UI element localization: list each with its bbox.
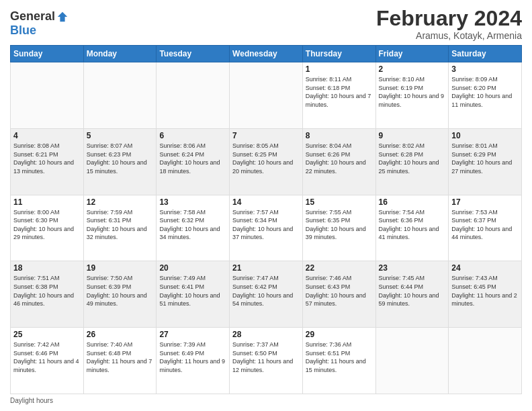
calendar-cell [449,328,522,394]
day-info: Sunrise: 8:09 AM Sunset: 6:20 PM Dayligh… [451,75,519,109]
day-info: Sunrise: 8:07 AM Sunset: 6:23 PM Dayligh… [87,142,154,175]
day-number: 10 [451,131,519,140]
calendar-cell: 13Sunrise: 7:58 AM Sunset: 6:32 PM Dayli… [157,195,230,261]
calendar-cell: 2Sunrise: 8:10 AM Sunset: 6:19 PM Daylig… [375,62,449,129]
logo-blue: Blue [10,24,36,38]
svg-marker-0 [58,11,67,21]
day-number: 12 [87,197,154,207]
col-wednesday: Wednesday [230,46,303,62]
calendar-cell: 25Sunrise: 7:42 AM Sunset: 6:46 PM Dayli… [11,328,84,394]
day-info: Sunrise: 8:04 AM Sunset: 6:26 PM Dayligh… [306,142,373,175]
col-saturday: Saturday [449,46,522,62]
logo-general: General [10,9,55,24]
day-info: Sunrise: 7:46 AM Sunset: 6:43 PM Dayligh… [306,274,373,308]
day-info: Sunrise: 7:55 AM Sunset: 6:35 PM Dayligh… [306,208,373,242]
day-number: 13 [159,197,226,207]
title-area: February 2024 Aramus, Kotayk, Armenia [376,7,522,41]
calendar-cell: 7Sunrise: 8:05 AM Sunset: 6:25 PM Daylig… [230,128,303,195]
calendar-cell: 29Sunrise: 7:36 AM Sunset: 6:51 PM Dayli… [302,328,375,394]
day-info: Sunrise: 7:45 AM Sunset: 6:44 PM Dayligh… [379,274,446,308]
day-number: 8 [306,131,373,140]
day-info: Sunrise: 7:58 AM Sunset: 6:32 PM Dayligh… [159,208,226,242]
calendar-cell: 6Sunrise: 8:06 AM Sunset: 6:24 PM Daylig… [157,128,230,195]
calendar-week-2: 4Sunrise: 8:08 AM Sunset: 6:21 PM Daylig… [11,128,522,195]
day-number: 4 [13,131,81,140]
col-thursday: Thursday [302,46,375,62]
day-info: Sunrise: 7:43 AM Sunset: 6:45 PM Dayligh… [451,274,519,308]
day-number: 21 [232,263,300,273]
calendar-cell: 22Sunrise: 7:46 AM Sunset: 6:43 PM Dayli… [302,261,375,328]
calendar-week-1: 1Sunrise: 8:11 AM Sunset: 6:18 PM Daylig… [11,62,522,129]
calendar-cell: 4Sunrise: 8:08 AM Sunset: 6:21 PM Daylig… [11,128,84,195]
day-number: 23 [379,263,446,273]
day-info: Sunrise: 7:59 AM Sunset: 6:31 PM Dayligh… [87,208,154,242]
calendar-cell: 12Sunrise: 7:59 AM Sunset: 6:31 PM Dayli… [83,195,157,261]
calendar-cell [230,62,303,129]
day-number: 2 [379,64,446,74]
day-info: Sunrise: 7:50 AM Sunset: 6:39 PM Dayligh… [87,274,154,308]
month-title: February 2024 [376,7,522,30]
calendar-cell: 9Sunrise: 8:02 AM Sunset: 6:28 PM Daylig… [375,128,449,195]
day-number: 17 [451,197,519,207]
day-info: Sunrise: 8:00 AM Sunset: 6:30 PM Dayligh… [13,208,81,242]
calendar-cell: 26Sunrise: 7:40 AM Sunset: 6:48 PM Dayli… [83,328,157,394]
col-tuesday: Tuesday [157,46,230,62]
day-info: Sunrise: 7:42 AM Sunset: 6:46 PM Dayligh… [13,340,81,374]
calendar-cell: 18Sunrise: 7:51 AM Sunset: 6:38 PM Dayli… [11,261,84,328]
calendar-cell: 28Sunrise: 7:37 AM Sunset: 6:50 PM Dayli… [230,328,303,394]
day-info: Sunrise: 7:40 AM Sunset: 6:48 PM Dayligh… [87,340,154,374]
location: Aramus, Kotayk, Armenia [376,30,522,41]
day-number: 25 [13,330,81,339]
page: General Blue February 2024 Aramus, Kotay… [0,0,532,411]
calendar-cell: 11Sunrise: 8:00 AM Sunset: 6:30 PM Dayli… [11,195,84,261]
col-friday: Friday [375,46,449,62]
day-number: 7 [232,131,300,140]
calendar-week-3: 11Sunrise: 8:00 AM Sunset: 6:30 PM Dayli… [11,195,522,261]
logo-icon [56,11,69,23]
calendar-cell: 17Sunrise: 7:53 AM Sunset: 6:37 PM Dayli… [449,195,522,261]
day-number: 16 [379,197,446,207]
day-info: Sunrise: 7:36 AM Sunset: 6:51 PM Dayligh… [306,340,373,374]
day-info: Sunrise: 8:06 AM Sunset: 6:24 PM Dayligh… [159,142,226,175]
day-number: 29 [306,330,373,339]
day-number: 5 [87,131,154,140]
calendar-week-5: 25Sunrise: 7:42 AM Sunset: 6:46 PM Dayli… [11,328,522,394]
calendar-cell: 1Sunrise: 8:11 AM Sunset: 6:18 PM Daylig… [302,62,375,129]
day-info: Sunrise: 7:49 AM Sunset: 6:41 PM Dayligh… [159,274,226,308]
day-number: 11 [13,197,81,207]
day-number: 1 [306,64,373,74]
calendar-cell: 16Sunrise: 7:54 AM Sunset: 6:36 PM Dayli… [375,195,449,261]
calendar-header-row: Sunday Monday Tuesday Wednesday Thursday… [11,46,522,62]
calendar-cell: 14Sunrise: 7:57 AM Sunset: 6:34 PM Dayli… [230,195,303,261]
calendar-cell: 20Sunrise: 7:49 AM Sunset: 6:41 PM Dayli… [157,261,230,328]
day-info: Sunrise: 7:51 AM Sunset: 6:38 PM Dayligh… [13,274,81,308]
calendar-cell: 23Sunrise: 7:45 AM Sunset: 6:44 PM Dayli… [375,261,449,328]
calendar-cell [375,328,449,394]
calendar-cell: 5Sunrise: 8:07 AM Sunset: 6:23 PM Daylig… [83,128,157,195]
day-number: 19 [87,263,154,273]
col-monday: Monday [83,46,157,62]
day-number: 3 [451,64,519,74]
calendar-cell [157,62,230,129]
day-info: Sunrise: 7:47 AM Sunset: 6:42 PM Dayligh… [232,274,300,308]
day-number: 20 [159,263,226,273]
daylight-hours-label: Daylight hours [10,397,53,404]
day-number: 14 [232,197,300,207]
calendar-cell: 21Sunrise: 7:47 AM Sunset: 6:42 PM Dayli… [230,261,303,328]
calendar-table: Sunday Monday Tuesday Wednesday Thursday… [10,45,522,394]
day-info: Sunrise: 8:10 AM Sunset: 6:19 PM Dayligh… [379,75,446,109]
calendar-cell: 15Sunrise: 7:55 AM Sunset: 6:35 PM Dayli… [302,195,375,261]
day-info: Sunrise: 7:57 AM Sunset: 6:34 PM Dayligh… [232,208,300,242]
day-number: 18 [13,263,81,273]
day-info: Sunrise: 7:37 AM Sunset: 6:50 PM Dayligh… [232,340,300,374]
logo: General Blue [10,7,69,38]
calendar-cell: 8Sunrise: 8:04 AM Sunset: 6:26 PM Daylig… [302,128,375,195]
day-info: Sunrise: 8:08 AM Sunset: 6:21 PM Dayligh… [13,142,81,175]
calendar-cell: 24Sunrise: 7:43 AM Sunset: 6:45 PM Dayli… [449,261,522,328]
calendar-week-4: 18Sunrise: 7:51 AM Sunset: 6:38 PM Dayli… [11,261,522,328]
calendar-cell [11,62,84,129]
day-info: Sunrise: 8:11 AM Sunset: 6:18 PM Dayligh… [306,75,373,109]
day-info: Sunrise: 7:54 AM Sunset: 6:36 PM Dayligh… [379,208,446,242]
day-info: Sunrise: 8:01 AM Sunset: 6:29 PM Dayligh… [451,142,519,175]
calendar-cell: 10Sunrise: 8:01 AM Sunset: 6:29 PM Dayli… [449,128,522,195]
